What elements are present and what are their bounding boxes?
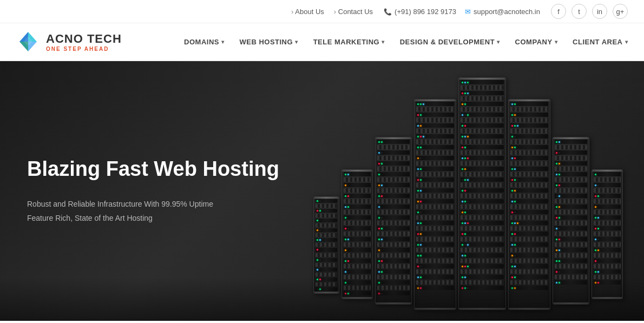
phone-icon <box>384 8 392 16</box>
social-icons: f t in g+ <box>551 4 628 19</box>
nav-design-development[interactable]: DESIGN & DEVELOPMENT ▾ <box>400 35 500 49</box>
tele-marketing-dropdown-arrow: ▾ <box>382 39 385 45</box>
server-rack-3 <box>375 137 412 305</box>
hero-section: Blazing Fast Web Hosting Robust and Reli… <box>0 61 644 321</box>
nav-domains[interactable]: DOMAINS ▾ <box>184 35 224 49</box>
client-area-dropdown-arrow: ▾ <box>625 39 628 45</box>
contact-us-link[interactable]: Contact Us <box>334 8 373 16</box>
server-rack-1 <box>313 196 339 294</box>
about-us-link[interactable]: About Us <box>291 8 324 16</box>
top-bar: About Us Contact Us (+91) 896 192 9173 s… <box>0 0 644 23</box>
server-racks-illustration <box>292 61 644 321</box>
server-rack-2 <box>341 169 373 299</box>
server-rack-7 <box>553 137 589 305</box>
server-rack-8 <box>592 169 623 299</box>
hero-content: Blazing Fast Web Hosting Robust and Reli… <box>27 157 279 226</box>
hero-subtitle: Robust and Reliable Infrastructure With … <box>27 196 279 225</box>
email-icon <box>465 8 471 16</box>
company-dropdown-arrow: ▾ <box>555 39 558 45</box>
server-rack-4 <box>414 99 456 310</box>
logo-icon <box>16 30 41 54</box>
server-rack-6 <box>508 99 550 310</box>
hero-title: Blazing Fast Web Hosting <box>27 157 279 182</box>
design-development-dropdown-arrow: ▾ <box>497 39 500 45</box>
email-address: support@acnotech.in <box>474 8 540 16</box>
logo-tagline: ONE STEP AHEAD <box>46 46 122 52</box>
logo[interactable]: ACNO TECH ONE STEP AHEAD <box>16 30 122 54</box>
nav-web-hosting[interactable]: WEB HOSTING ▾ <box>239 35 298 49</box>
email-info: support@acnotech.in <box>465 8 540 16</box>
top-bar-contact: (+91) 896 192 9173 support@acnotech.in <box>384 8 540 16</box>
facebook-icon[interactable]: f <box>551 4 566 19</box>
logo-text: ACNO TECH ONE STEP AHEAD <box>46 32 122 52</box>
logo-name: ACNO TECH <box>46 32 122 46</box>
nav-company[interactable]: COMPANY ▾ <box>515 35 557 49</box>
main-header: ACNO TECH ONE STEP AHEAD DOMAINS ▾ WEB H… <box>0 23 644 61</box>
phone-info: (+91) 896 192 9173 <box>384 8 456 16</box>
nav-tele-marketing[interactable]: TELE MARKETING ▾ <box>313 35 385 49</box>
web-hosting-dropdown-arrow: ▾ <box>295 39 298 45</box>
linkedin-icon[interactable]: in <box>592 4 607 19</box>
googleplus-icon[interactable]: g+ <box>613 4 628 19</box>
top-bar-links: About Us Contact Us <box>291 8 373 16</box>
twitter-icon[interactable]: t <box>571 4 587 19</box>
server-rack-5 <box>458 77 506 310</box>
nav-client-area[interactable]: CLIENT AREA ▾ <box>573 35 628 49</box>
main-nav: DOMAINS ▾ WEB HOSTING ▾ TELE MARKETING ▾… <box>184 35 628 49</box>
phone-number: (+91) 896 192 9173 <box>395 8 456 16</box>
domains-dropdown-arrow: ▾ <box>221 39 225 45</box>
